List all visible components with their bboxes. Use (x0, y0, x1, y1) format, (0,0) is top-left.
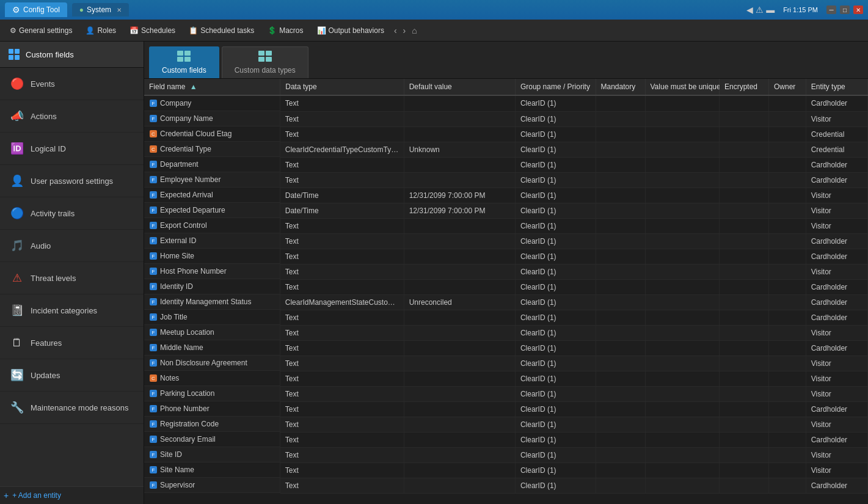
sidebar-item-updates[interactable]: 🔄 Updates (0, 359, 144, 392)
col-entity-type[interactable]: Entity type (806, 79, 867, 95)
table-row[interactable]: F Site Name Text ClearID (1) Visitor (144, 462, 868, 478)
cell-default-value (404, 126, 515, 142)
cell-default-value (404, 249, 515, 264)
tab-custom-fields[interactable]: Custom fields (149, 46, 219, 78)
col-field-name[interactable]: Field name ▲ (144, 79, 280, 95)
svg-text:F: F (152, 391, 155, 396)
table-row[interactable]: F Registration Code Text ClearID (1) Vis… (144, 417, 868, 432)
nav-scheduled-tasks[interactable]: 📋 Scheduled tasks (183, 23, 260, 38)
cell-owner (768, 279, 806, 294)
svg-text:F: F (152, 208, 155, 213)
cell-data-type: Text (280, 233, 404, 249)
table-row[interactable]: F Home Site Text ClearID (1) Cardholder (144, 249, 868, 264)
sidebar-list: 🔴 Events 📣 Actions 🆔 Logical ID 👤 User p… (0, 68, 144, 486)
col-data-type[interactable]: Data type (280, 79, 404, 95)
cell-data-type: Text (280, 95, 404, 111)
cell-data-type: Text (280, 340, 404, 356)
sidebar-item-actions[interactable]: 📣 Actions (0, 100, 144, 133)
custom-fields-header-icon (7, 48, 21, 61)
sidebar-item-maintenance[interactable]: 🔧 Maintenance mode reasons (0, 392, 144, 424)
cell-entity-type: Cardholder (806, 172, 867, 188)
cell-mandatory (596, 203, 645, 218)
nav-general-settings[interactable]: ⚙ General settings (4, 23, 78, 38)
table-row[interactable]: F Expected Departure Date/Time 12/31/209… (144, 203, 868, 218)
table-row[interactable]: F Identity ID Text ClearID (1) Cardholde… (144, 279, 868, 294)
cell-mandatory (596, 95, 645, 111)
table-container[interactable]: Field name ▲ Data type Default value Gro… (144, 79, 868, 504)
cell-field-name: F Expected Arrival (144, 188, 280, 203)
table-row[interactable]: C Notes Text ClearID (1) Visitor (144, 371, 868, 386)
tab-system[interactable]: ● System ✕ (72, 3, 129, 16)
cell-mandatory (596, 325, 645, 340)
table-row[interactable]: F Middle Name Text ClearID (1) Cardholde… (144, 340, 868, 356)
col-owner[interactable]: Owner (768, 79, 806, 95)
minimize-button[interactable]: ─ (826, 5, 836, 14)
table-row[interactable]: F Meetup Location Text ClearID (1) Visit… (144, 325, 868, 340)
table-row[interactable]: C Credential Cloud Etag Text ClearID (1)… (144, 126, 868, 142)
svg-text:F: F (152, 269, 155, 274)
cell-encrypted (719, 95, 768, 111)
cell-group-priority: ClearID (1) (515, 203, 596, 218)
cell-mandatory (596, 447, 645, 462)
sidebar-item-user-password[interactable]: 👤 User password settings (0, 165, 144, 197)
table-row[interactable]: F Supervisor Text ClearID (1) Cardholder (144, 478, 868, 493)
nav-schedules[interactable]: 📅 Schedules (123, 23, 181, 38)
col-encrypted[interactable]: Encrypted (719, 79, 768, 95)
col-mandatory[interactable]: Mandatory (596, 79, 645, 95)
system-tab-close[interactable]: ✕ (117, 7, 122, 13)
cell-entity-type: Cardholder (806, 249, 867, 264)
cell-data-type: Text (280, 371, 404, 386)
nav-roles[interactable]: 👤 Roles (79, 23, 122, 38)
table-row[interactable]: F Identity Management Status ClearIdMana… (144, 294, 868, 310)
cell-unique (645, 340, 719, 356)
svg-text:F: F (152, 223, 155, 228)
nav-back[interactable]: ‹ (392, 23, 399, 38)
sidebar-item-events[interactable]: 🔴 Events (0, 68, 144, 100)
cell-default-value (404, 279, 515, 294)
cell-field-name: C Credential Type (144, 142, 280, 157)
table-row[interactable]: F Employee Number Text ClearID (1) Cardh… (144, 172, 868, 188)
nav-home[interactable]: ⌂ (409, 23, 419, 38)
col-unique[interactable]: Value must be unique (645, 79, 719, 95)
table-row[interactable]: F Expected Arrival Date/Time 12/31/2099 … (144, 188, 868, 203)
sidebar-item-incident-categories[interactable]: 📓 Incident categories (0, 294, 144, 327)
table-row[interactable]: F Company Text ClearID (1) Cardholder (144, 95, 868, 111)
tab-custom-data-types[interactable]: Custom data types (222, 46, 308, 78)
cell-encrypted (719, 325, 768, 340)
sidebar-item-features[interactable]: 🗒 Features (0, 327, 144, 359)
table-row[interactable]: F Non Disclosure Agreement Text ClearID … (144, 356, 868, 371)
col-group-priority[interactable]: Group name / Priority (515, 79, 596, 95)
cell-entity-type: Cardholder (806, 157, 867, 172)
table-row[interactable]: F Host Phone Number Text ClearID (1) Vis… (144, 264, 868, 279)
table-row[interactable]: F Department Text ClearID (1) Cardholder (144, 157, 868, 172)
cell-entity-type: Cardholder (806, 478, 867, 493)
cell-mandatory (596, 432, 645, 447)
nav-forward[interactable]: › (401, 23, 409, 38)
close-button[interactable]: ✕ (853, 5, 863, 14)
nav-macros[interactable]: 💲 Macros (261, 23, 309, 38)
add-entity-button[interactable]: + + Add an entity (0, 486, 144, 504)
table-row[interactable]: F Parking Location Text ClearID (1) Visi… (144, 386, 868, 401)
table-row[interactable]: F Export Control Text ClearID (1) Visito… (144, 218, 868, 233)
table-row[interactable]: F Site ID Text ClearID (1) Visitor (144, 447, 868, 462)
nav-output-behaviors[interactable]: 📊 Output behaviors (311, 23, 390, 38)
cell-owner (768, 462, 806, 478)
table-row[interactable]: F Phone Number Text ClearID (1) Cardhold… (144, 401, 868, 417)
sidebar-item-threat-levels[interactable]: ⚠ Threat levels (0, 262, 144, 294)
cell-owner (768, 157, 806, 172)
sidebar-item-logical-id[interactable]: 🆔 Logical ID (0, 133, 144, 165)
table-row[interactable]: F Company Name Text ClearID (1) Visitor (144, 111, 868, 126)
cell-unique (645, 294, 719, 310)
maximize-button[interactable]: □ (840, 5, 850, 14)
cell-mandatory (596, 111, 645, 126)
table-row[interactable]: F External ID Text ClearID (1) Cardholde… (144, 233, 868, 249)
table-row[interactable]: F Secondary Email Text ClearID (1) Cardh… (144, 432, 868, 447)
sidebar-item-activity-trails[interactable]: 🔵 Activity trails (0, 197, 144, 230)
table-row[interactable]: C Credential Type ClearIdCredentialTypeC… (144, 142, 868, 157)
table-row[interactable]: F Job Title Text ClearID (1) Cardholder (144, 310, 868, 325)
cell-data-type: Text (280, 325, 404, 340)
cell-encrypted (719, 340, 768, 356)
sidebar-item-audio[interactable]: 🎵 Audio (0, 230, 144, 262)
tab-config-tool[interactable]: ⚙ Config Tool (5, 2, 67, 17)
col-default-value[interactable]: Default value (404, 79, 515, 95)
